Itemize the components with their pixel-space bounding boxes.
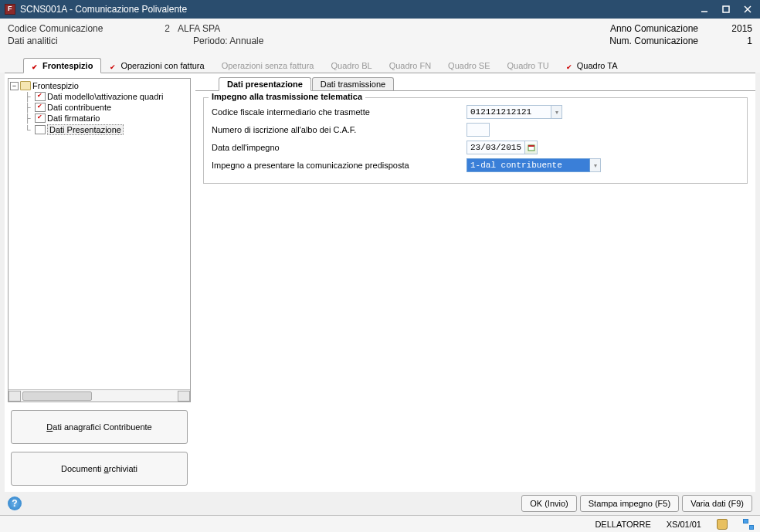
tree-root[interactable]: − Frontespizio [8, 80, 190, 91]
right-panel: Dati presentazione Dati trasmissione Imp… [194, 75, 755, 489]
left-panel: − Frontespizio ├ Dati modello\attivazion… [5, 75, 194, 489]
codice-value: 2 [154, 23, 170, 34]
main-tabs: Frontespizio Operazioni con fattura Oper… [0, 56, 760, 73]
tree-view: − Frontespizio ├ Dati modello\attivazion… [8, 78, 191, 402]
codice-fiscale-combo[interactable]: ▾ [467, 105, 562, 119]
help-icon[interactable]: ? [8, 496, 22, 510]
check-icon [566, 62, 574, 69]
window-title: SCNS001A - Comunicazione Polivalente [20, 4, 187, 15]
calendar-icon[interactable] [525, 141, 538, 154]
numero-iscrizione-input[interactable] [467, 123, 490, 137]
fieldset-impegno: Impegno alla trasmissione telematica Cod… [203, 97, 748, 184]
status-code: XS/01/01 [667, 520, 701, 529]
page-icon [35, 125, 46, 134]
minimize-button[interactable] [697, 3, 712, 15]
status-user: DELLATORRE [595, 520, 650, 529]
label-data-impegno: Data dell'impegno [212, 143, 467, 152]
ok-button[interactable]: OK (Invio) [521, 495, 577, 512]
horizontal-scrollbar[interactable] [8, 389, 190, 402]
fieldset-legend: Impegno alla trasmissione telematica [209, 92, 365, 101]
tree-item-dati-contribuente[interactable]: ├ Dati contribuente [8, 102, 190, 113]
folder-icon [20, 81, 31, 90]
subtab-dati-presentazione[interactable]: Dati presentazione [219, 77, 311, 91]
tree-item-dati-presentazione[interactable]: └ Dati Presentazione [8, 124, 190, 136]
titlebar: SCNS001A - Comunicazione Polivalente [0, 0, 760, 19]
maximize-button[interactable] [718, 3, 734, 15]
main-area: − Frontespizio ├ Dati modello\attivazion… [5, 73, 755, 492]
sub-content: Impegno alla trasmissione telematica Cod… [195, 90, 755, 489]
scroll-track[interactable] [21, 391, 178, 402]
scroll-thumb[interactable] [22, 391, 92, 401]
documenti-archiviati-button[interactable]: Documenti archiviati [11, 452, 188, 486]
anno-label: Anno Comunicazione [610, 23, 698, 34]
impegno-combo[interactable]: 1-dal contribuente ▾ [467, 158, 601, 172]
stampa-impegno-button[interactable]: Stampa impegno (F5) [580, 495, 679, 512]
close-button[interactable] [740, 3, 755, 15]
tab-operazioni-con-fattura[interactable]: Operazioni con fattura [101, 58, 212, 73]
tab-operazioni-senza-fattura: Operazioni senza fattura [213, 58, 323, 73]
scroll-left-button[interactable] [8, 391, 21, 402]
check-icon [32, 62, 39, 69]
footer: ? OK (Invio) Stampa impegno (F5) Varia d… [0, 492, 760, 515]
data-impegno-field[interactable] [467, 141, 538, 154]
codice-label: Codice Comunicazione [8, 23, 154, 34]
network-icon[interactable] [743, 519, 754, 530]
subtab-dati-trasmissione[interactable]: Dati trasmissione [312, 77, 394, 90]
page-checked-icon [35, 103, 46, 112]
tab-quadro-fn: Quadro FN [381, 58, 439, 73]
tab-quadro-bl: Quadro BL [322, 58, 380, 73]
svg-rect-1 [723, 6, 729, 12]
dati-label: Dati analitici [8, 36, 193, 46]
combo-dropdown-button[interactable]: ▾ [590, 158, 601, 172]
label-numero-iscrizione: Numero di iscrizione all'albo dei C.A.F. [212, 125, 467, 134]
tree-root-label: Frontespizio [32, 81, 79, 90]
trash-icon[interactable] [717, 519, 728, 530]
varia-dati-button[interactable]: Varia dati (F9) [682, 495, 752, 512]
scroll-right-button[interactable] [178, 391, 190, 402]
page-checked-icon [35, 114, 46, 123]
page-checked-icon [35, 92, 46, 101]
dati-anagrafici-button[interactable]: Dati anagrafici Contribuente [11, 410, 188, 444]
tree-item-dati-modello[interactable]: ├ Dati modello\attivazione quadri [8, 91, 190, 102]
tab-quadro-tu: Quadro TU [499, 58, 558, 73]
statusbar: DELLATORRE XS/01/01 [0, 515, 760, 532]
check-icon [110, 62, 117, 69]
impegno-selected-value[interactable]: 1-dal contribuente [467, 158, 590, 172]
tab-quadro-ta[interactable]: Quadro TA [558, 58, 626, 73]
label-impegno-presentare: Impegno a presentare la comunicazione pr… [212, 161, 467, 170]
anno-value: 2015 [714, 23, 752, 34]
app-window: SCNS001A - Comunicazione Polivalente Cod… [0, 0, 760, 532]
sub-tabs: Dati presentazione Dati trasmissione [195, 75, 755, 90]
num-label: Num. Comunicazione [609, 36, 698, 46]
info-bar: Codice Comunicazione 2 ALFA SPA Anno Com… [0, 19, 760, 56]
tab-frontespizio[interactable]: Frontespizio [23, 58, 101, 73]
combo-dropdown-button[interactable]: ▾ [551, 105, 562, 119]
label-codice-fiscale: Codice fiscale intermediario che trasmet… [212, 107, 467, 117]
num-value: 1 [714, 36, 752, 46]
periodo-label: Periodo: Annuale [193, 36, 263, 46]
tab-quadro-se: Quadro SE [439, 58, 498, 73]
collapse-icon[interactable]: − [10, 82, 19, 90]
company-name: ALFA SPA [178, 23, 220, 34]
app-icon [5, 4, 15, 15]
codice-fiscale-input[interactable] [467, 105, 551, 119]
tree-item-dati-firmatario[interactable]: ├ Dati firmatario [8, 113, 190, 124]
data-impegno-input[interactable] [467, 141, 525, 154]
svg-rect-5 [528, 145, 534, 147]
